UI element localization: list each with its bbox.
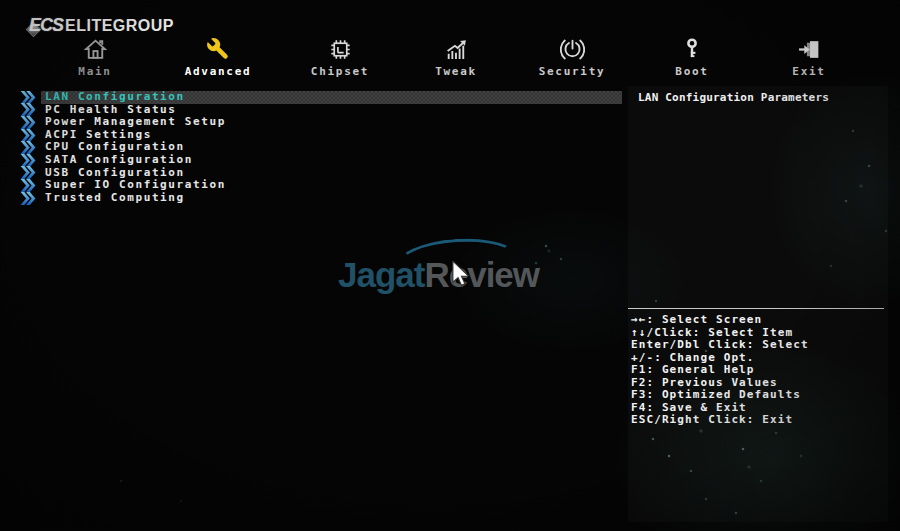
submenu-list: LAN Configuration PC Health Status Power… [20,91,622,204]
jagatreview-watermark: JagatReview [338,243,578,298]
key-hints-legend: →←: Select Screen ↑↓/Click: Select Item … [631,314,809,427]
ecs-logo-text: ECS [29,15,63,36]
tab-tweak[interactable]: Tweak [401,36,511,78]
home-icon [82,36,108,62]
exit-door-icon [796,36,822,62]
tab-label: Boot [675,65,708,78]
menu-item-power-management-setup[interactable]: Power Management Setup [20,116,622,129]
watermark-text-review: Review [424,255,539,294]
menu-item-sata-configuration[interactable]: SATA Configuration [20,154,622,167]
menu-item-label: Trusted Computing [41,192,622,205]
tab-label: Tweak [435,65,477,78]
tab-exit[interactable]: Exit [754,36,864,78]
menu-item-label: LAN Configuration [41,91,622,104]
key-hint: F3: Optimized Defaults [631,389,809,402]
key-hint: ESC/Right Click: Exit [631,414,809,427]
tab-main[interactable]: Main [40,36,150,78]
brand: ECS ELITEGROUP [26,15,174,37]
tab-advanced[interactable]: Advanced [163,36,273,78]
watermark-text-jagat: Jagat [338,255,424,294]
tab-label: Security [539,65,606,78]
menu-item-label: Power Management Setup [41,116,622,129]
help-panel-title: LAN Configuration Parameters [638,91,829,104]
mouse-cursor-icon [451,261,471,291]
watermark-arc [395,235,520,289]
submenu-chevron-icon [20,116,41,129]
submenu-chevron-icon [20,166,41,179]
chip-icon [327,36,353,62]
key-icon [679,36,705,62]
watermark-text: JagatReview [338,255,539,295]
key-hint: →←: Select Screen [631,314,809,327]
submenu-chevron-icon [20,91,41,104]
key-hint: Enter/Dbl Click: Select [631,339,809,352]
submenu-chevron-icon [20,141,41,154]
menu-item-trusted-computing[interactable]: Trusted Computing [20,192,622,205]
wrench-icon [205,36,231,62]
tab-chipset[interactable]: Chipset [285,36,395,78]
menu-item-label: SATA Configuration [41,154,622,167]
key-hint: F1: General Help [631,364,809,377]
tab-bar: Main Advanced Chipset [0,36,900,86]
submenu-chevron-icon [20,103,41,116]
power-icon [559,36,585,62]
brand-name: ELITEGROUP [65,17,174,35]
chart-icon [443,36,469,62]
ecs-logo-icon: ECS [26,15,58,37]
tab-label: Exit [792,65,825,78]
star-texture [0,0,2,2]
submenu-chevron-icon [20,154,41,167]
submenu-chevron-icon [20,129,41,142]
menu-item-label: Super IO Configuration [41,179,622,192]
menu-item-super-io-configuration[interactable]: Super IO Configuration [20,179,622,192]
tab-security[interactable]: Security [517,36,627,78]
tab-boot[interactable]: Boot [637,36,747,78]
help-panel: LAN Configuration Parameters →←: Select … [628,86,888,522]
submenu-chevron-icon [20,192,41,205]
submenu-chevron-icon [20,179,41,192]
help-panel-divider [628,308,884,309]
bios-setup-screen: ECS ELITEGROUP Main Advanced [0,0,900,531]
tab-label: Main [78,65,111,78]
tab-label: Chipset [311,65,369,78]
menu-item-lan-configuration[interactable]: LAN Configuration [20,91,622,104]
tab-label: Advanced [185,65,252,78]
